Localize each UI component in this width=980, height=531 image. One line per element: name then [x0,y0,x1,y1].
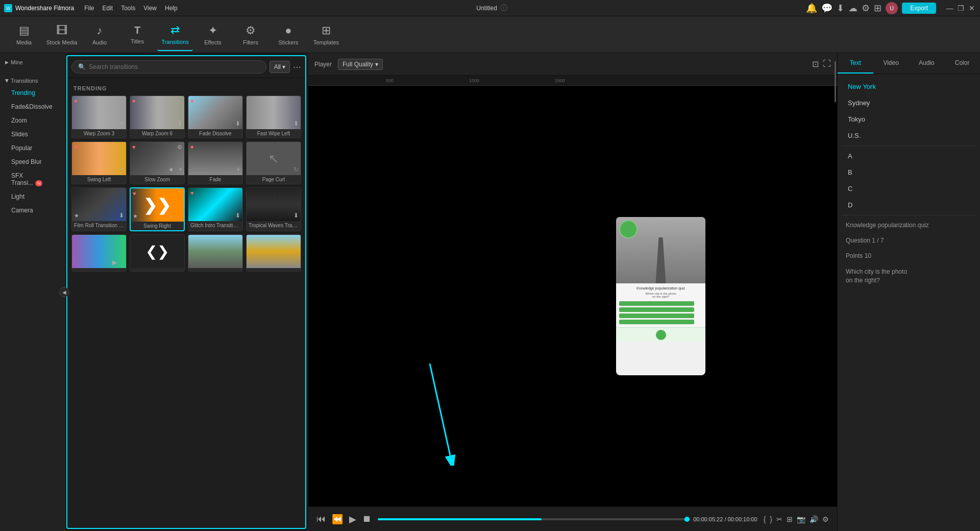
avatar[interactable]: U [886,2,898,14]
download-icon: ⬇ [119,212,124,219]
chat-icon[interactable]: 💬 [821,3,832,14]
bracket-in-icon[interactable]: { [764,515,766,523]
nav-zoom[interactable]: Zoom [3,114,63,127]
tool-stock-media[interactable]: 🎞 Stock Media [44,18,80,51]
tool-audio[interactable]: ♪ Audio [82,18,117,51]
snapshot-icon[interactable]: 📷 [797,515,805,523]
minimize-button[interactable]: — [946,5,953,12]
settings-icon[interactable]: ⚙ [862,3,870,14]
text-option-sydney[interactable]: Sydney [840,95,978,111]
trim-icon[interactable]: ✂ [776,515,782,523]
tab-video[interactable]: Video [873,53,909,74]
tool-templates[interactable]: ⊞ Templates [308,18,344,51]
transition-slow-zoom[interactable]: ♥ ⚙ ★ + Slow Zoom [130,141,185,184]
search-input[interactable] [89,63,260,70]
transition-swing-right[interactable]: ♥ ★ + ❯❯ Swing Right [130,187,185,231]
transition-label [188,268,242,271]
nav-speed-blur[interactable]: Speed Blur [3,155,63,168]
phone-bottom [616,327,705,342]
tool-titles[interactable]: T Titles [119,18,155,51]
filter-all-button[interactable]: All ▾ [270,61,290,73]
right-scrollbar[interactable] [835,61,836,102]
menu-tools[interactable]: Tools [121,5,135,12]
transition-label: Fade [188,175,242,184]
transitions-grid: TRENDING ♥ + Warp Zoom 3 ♥ ⬇ Warp Zoom 6 [67,78,305,528]
menu-edit[interactable]: Edit [103,5,113,12]
sub-item-which-city[interactable]: Which city is the photoon the right? [838,263,980,289]
transition-glitch-intro[interactable]: ♥ ⬇ Glitch Intro Transition 09 [188,187,243,231]
sub-item-question[interactable]: Question 1 / 7 [838,233,980,248]
menu-file[interactable]: File [84,5,94,12]
collapse-panel-button[interactable]: ◀ [59,287,69,297]
grid-icon[interactable]: ⊞ [874,3,881,14]
play-button[interactable]: ▶ [349,514,356,525]
nav-fade-dissolve[interactable]: Fade&Dissolve [3,100,63,113]
tool-stickers[interactable]: ● Stickers [271,18,306,51]
text-option-d[interactable]: D [840,197,978,213]
tab-text[interactable]: Text [838,53,873,74]
transition-film-roll[interactable]: ⬇ ★ Film Roll Transition 01 [71,187,127,231]
stop-button[interactable]: ⏹ [362,514,372,524]
quality-selector[interactable]: Full Quality ▾ [338,59,383,70]
nav-popular[interactable]: Popular [3,141,63,155]
transition-fast-wipe-left[interactable]: ⬇ Fast Wipe Left [246,95,301,138]
nav-sfx[interactable]: SFX Transi...N [3,169,63,189]
bracket-out-icon[interactable]: } [770,515,772,523]
transition-warp-zoom-6[interactable]: ♥ ⬇ Warp Zoom 6 [130,95,185,138]
mine-header[interactable]: ▶ Mine [0,57,66,67]
fullscreen-icon[interactable]: ⛶ [823,59,831,69]
skip-back-button[interactable]: ⏮ [316,514,326,524]
settings-ctrl-icon[interactable]: ⚙ [822,515,829,523]
export-button[interactable]: Export [902,3,936,14]
tool-media[interactable]: ▤ Media [6,18,42,51]
transition-tropical-waves[interactable]: ⬇ Tropical Waves Transi... [246,187,301,231]
quiz-title-text: Knowledge popularization quiz [619,286,702,290]
tab-audio[interactable]: Audio [909,53,945,74]
playback-progress[interactable] [378,518,687,520]
text-option-b[interactable]: B [840,164,978,180]
close-button[interactable]: ✕ [969,5,976,12]
notification-icon[interactable]: 🔔 [806,3,817,14]
text-option-a[interactable]: A [840,148,978,164]
nav-slides[interactable]: Slides [3,128,63,141]
transition-item-15[interactable] [188,234,243,272]
text-option-us[interactable]: U.S. [840,128,978,143]
tool-transitions[interactable]: ⇄ Transitions [157,18,193,51]
expand-icon[interactable]: ⊞ [787,515,793,523]
nav-trending[interactable]: Trending [3,86,63,100]
transition-fade-dissolve[interactable]: ♥ ⬇ Fade Dissolve [188,95,243,138]
sub-item-points[interactable]: Points 10 [838,248,980,263]
nav-camera[interactable]: Camera [3,204,63,217]
transition-item-14[interactable]: ❮❯ [130,234,185,272]
transition-label: Page Curl [247,175,301,184]
tool-filters[interactable]: ⚙ Filters [233,18,268,51]
more-options-button[interactable]: ⋯ [293,62,301,72]
transitions-header[interactable]: ▶ Transitions [0,76,66,86]
transition-warp-zoom-3[interactable]: ♥ + Warp Zoom 3 [71,95,127,138]
menu-view[interactable]: View [143,5,157,12]
tool-effects[interactable]: ✦ Effects [195,18,231,51]
add-icon: + [236,165,240,173]
text-option-tokyo[interactable]: Tokyo [840,111,978,127]
nav-light[interactable]: Light [3,190,63,203]
tool-audio-label: Audio [92,39,107,45]
maximize-button[interactable]: ❐ [958,5,965,12]
tab-color[interactable]: Color [944,53,980,74]
transition-swing-left[interactable]: ♥ + Swing Left [71,141,127,184]
transition-fade[interactable]: ♥ + Fade [188,141,243,184]
split-view-icon[interactable]: ⊡ [812,59,819,69]
menu-help[interactable]: Help [165,5,178,12]
audio-ctrl-icon[interactable]: 🔊 [810,515,818,523]
transition-page-curl[interactable]: ↖ ↻ Page Curl [246,141,301,184]
transition-item-16[interactable] [246,234,301,272]
effects-icon: ✦ [208,24,217,37]
cloud-icon[interactable]: ☁ [848,3,857,14]
transitions-chevron: ▶ [5,79,10,83]
step-back-button[interactable]: ⏪ [332,514,343,525]
text-option-c[interactable]: C [840,181,978,197]
sub-item-quiz[interactable]: Knowledge popularization quiz [838,218,980,233]
transition-item-13[interactable]: ▶ [71,234,127,272]
add-icon: + [120,165,124,173]
download-icon[interactable]: ⬇ [837,3,844,14]
text-option-new-york[interactable]: New York [840,79,978,94]
